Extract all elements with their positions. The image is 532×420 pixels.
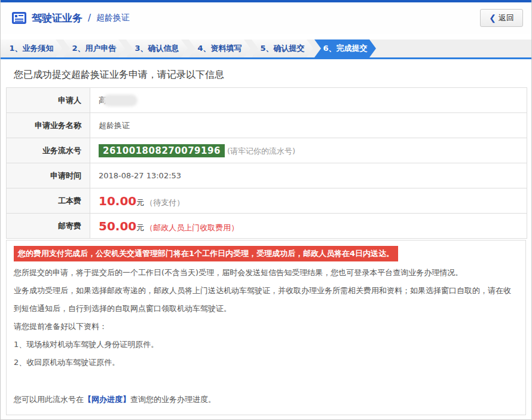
fee-unit: 元	[136, 223, 144, 232]
note-paragraph: 1、现场核对机动车驾驶人身份证明原件。	[14, 336, 518, 354]
back-button-label: 返回	[499, 13, 514, 23]
step-tab-3[interactable]: 3、确认信息	[126, 39, 188, 57]
progress-footer-note: 您可以用此流水号在【网办进度】查询您的业务办理进度。	[14, 394, 518, 405]
fee-note: （邮政人员上门收取费用）	[145, 223, 239, 232]
fee-unit: 元	[136, 198, 144, 207]
fee-amount: 50.00	[99, 219, 136, 233]
fee-amount: 10.00	[99, 194, 136, 208]
step-tab-6[interactable]: 6、完成提交	[314, 39, 376, 57]
payment-notice-banner: 您的费用支付完成后，公安机关交通管理部门将在1个工作日内受理，受理成功后，邮政人…	[14, 246, 398, 261]
chevron-left-icon: ❮	[489, 14, 496, 22]
result-table: 申请人高申请业务名称超龄换证业务流水号261001808270079196(请牢…	[6, 87, 527, 239]
redacted-name-blur	[103, 95, 137, 106]
step-tab-5[interactable]: 5、确认提交	[252, 39, 313, 57]
row-label: 工本费	[7, 188, 90, 214]
row-label: 申请人	[7, 88, 90, 113]
table-row: 业务流水号261001808270079196(请牢记你的流水号)	[7, 138, 527, 163]
license-list-icon	[11, 11, 27, 25]
row-label: 申请时间	[7, 163, 90, 188]
result-table-body: 申请人高申请业务名称超龄换证业务流水号261001808270079196(请牢…	[7, 88, 527, 239]
row-value: 高	[90, 88, 527, 113]
progress-link[interactable]: 【网办进度】	[84, 395, 130, 404]
note-paragraph: 2、收回原机动车驾驶证原件。	[14, 354, 518, 372]
serial-number-badge: 261001808270079196	[99, 144, 225, 157]
row-value: 2018-08-27 13:02:53	[90, 163, 527, 188]
table-row: 申请人高	[7, 88, 527, 113]
page-title: 驾驶证业务	[32, 11, 82, 25]
step-tab-1[interactable]: 1、业务须知	[1, 39, 62, 57]
breadcrumb-separator: /	[88, 13, 91, 23]
row-value: 超龄换证	[90, 113, 527, 138]
notes-paragraphs: 您所提交的申请，将于提交后的一个工作日(不含当天)受理，届时会发送短信告知受理结…	[14, 264, 518, 372]
breadcrumb-current: 超龄换证	[96, 13, 130, 23]
row-label: 业务流水号	[7, 138, 90, 163]
note-paragraph: 请您提前准备好以下资料：	[14, 318, 518, 336]
page: 驾驶证业务 / 超龄换证 ❮ 返回 1、业务须知2、用户申告3、确认信息4、资料…	[0, 0, 532, 420]
table-row: 工本费10.00元（待支付）	[7, 188, 527, 214]
action-bar: ¥ 继续支付 ¥ 取消支付 返回	[1, 415, 531, 420]
row-label: 邮寄费	[7, 214, 90, 239]
back-button[interactable]: ❮ 返回	[480, 9, 523, 27]
row-label: 申请业务名称	[7, 113, 90, 138]
table-row: 邮寄费50.00元（邮政人员上门收取费用）	[7, 214, 527, 239]
breadcrumb: 驾驶证业务 / 超龄换证	[11, 11, 130, 25]
row-value: 50.00元（邮政人员上门收取费用）	[90, 214, 527, 239]
step-tabs-underline	[1, 57, 531, 59]
row-value: 261001808270079196(请牢记你的流水号)	[90, 138, 527, 163]
table-row: 申请业务名称超龄换证	[7, 113, 527, 138]
row-value: 10.00元（待支付）	[90, 188, 527, 214]
serial-number-note: (请牢记你的流水号)	[227, 147, 295, 156]
table-row: 申请时间2018-08-27 13:02:53	[7, 163, 527, 188]
footer-note-prefix: 您可以用此流水号在	[14, 395, 84, 404]
fee-note: （待支付）	[145, 198, 184, 207]
step-tabs: 1、业务须知2、用户申告3、确认信息4、资料填写5、确认提交6、完成提交	[1, 39, 531, 57]
success-heading: 您已成功提交超龄换证业务申请，请记录以下信息	[14, 69, 531, 81]
note-paragraph: 您所提交的申请，将于提交后的一个工作日(不含当天)受理，届时会发送短信告知受理结…	[14, 264, 518, 282]
header: 驾驶证业务 / 超龄换证 ❮ 返回	[1, 2, 531, 34]
step-tab-2[interactable]: 2、用户申告	[63, 39, 125, 57]
note-paragraph: 业务成功受理后，如果选择邮政寄递的，邮政人员将上门送达机动车驾驶证，并收取办理业…	[14, 282, 518, 318]
step-tab-4[interactable]: 4、资料填写	[189, 39, 250, 57]
notes-panel: 您的费用支付完成后，公安机关交通管理部门将在1个工作日内受理，受理成功后，邮政人…	[6, 240, 526, 415]
footer-note-suffix: 查询您的业务办理进度。	[130, 395, 216, 404]
